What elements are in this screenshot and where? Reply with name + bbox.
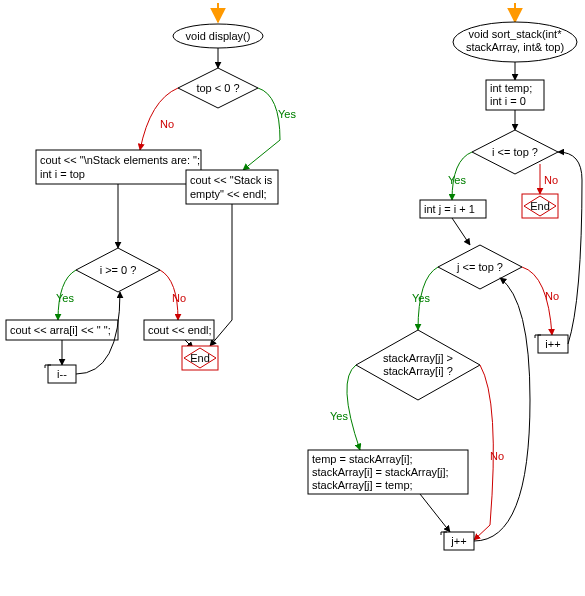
right-flowchart: void sort_stack(int* stackArray, int& to…	[308, 3, 582, 550]
yes-label-2: Yes	[56, 292, 74, 304]
stmt-cout-endl: cout << endl;	[144, 320, 214, 340]
yes-label-3: Yes	[448, 174, 466, 186]
stmt-i-dec-label: i--	[57, 368, 67, 380]
cond-j-le-top-label: j <= top ?	[456, 261, 503, 273]
stmt-swap: temp = stackArray[i]; stackArray[i] = st…	[308, 450, 468, 494]
end-right: End	[522, 194, 558, 218]
stmt-print-header-l2: int i = top	[40, 168, 85, 180]
stmt-j-inc: j++	[441, 532, 474, 550]
stmt-print-arrai: cout << arra[i] << " ";	[6, 320, 118, 340]
cond-top-lt-0-label: top < 0 ?	[196, 82, 239, 94]
cond-i-ge-0-label: i >= 0 ?	[100, 264, 137, 276]
stmt-swap-l2: stackArray[i] = stackArray[j];	[312, 466, 449, 478]
yes-label: Yes	[278, 108, 296, 120]
cond-compare: stackArray[j] > stackArray[i] ?	[356, 330, 480, 400]
end-left: End	[182, 346, 218, 370]
no-label: No	[160, 118, 174, 130]
stmt-i-dec: i--	[45, 365, 76, 383]
stmt-print-header: cout << "\nStack elements are: "; int i …	[36, 150, 201, 184]
func-sort-stack-l1: void sort_stack(int*	[469, 28, 563, 40]
stmt-init-temp-i: int temp; int i = 0	[486, 80, 544, 110]
cond-top-lt-0: top < 0 ?	[178, 68, 258, 108]
func-display: void display()	[173, 24, 263, 48]
cond-i-ge-0: i >= 0 ?	[76, 248, 160, 292]
stmt-print-header-l1: cout << "\nStack elements are: ";	[40, 154, 200, 166]
no-label-2: No	[172, 292, 186, 304]
left-flowchart: void display() top < 0 ? Yes No cout << …	[6, 3, 296, 383]
stmt-init-l1: int temp;	[490, 82, 532, 94]
stmt-int-j: int j = i + 1	[420, 200, 486, 218]
cond-j-le-top: j <= top ?	[438, 245, 522, 289]
stmt-swap-l1: temp = stackArray[i];	[312, 453, 413, 465]
end-left-label: End	[190, 352, 210, 364]
func-display-label: void display()	[186, 30, 251, 42]
svg-line-24	[452, 218, 470, 245]
stmt-j-inc-label: j++	[450, 535, 466, 547]
stmt-stack-empty: cout << "Stack is empty" << endl;	[186, 170, 278, 204]
end-right-label: End	[530, 200, 550, 212]
cond-i-le-top-label: i <= top ?	[492, 146, 538, 158]
yes-label-4: Yes	[412, 292, 430, 304]
stmt-init-l2: int i = 0	[490, 95, 526, 107]
cond-i-le-top: i <= top ?	[472, 130, 558, 174]
stmt-swap-l3: stackArray[j] = temp;	[312, 479, 413, 491]
cond-compare-l2: stackArray[i] ?	[383, 365, 453, 377]
cond-compare-l1: stackArray[j] >	[383, 352, 453, 364]
func-sort-stack: void sort_stack(int* stackArray, int& to…	[453, 22, 577, 62]
stmt-int-j-label: int j = i + 1	[424, 203, 475, 215]
stmt-cout-endl-label: cout << endl;	[148, 324, 212, 336]
stmt-i-inc-label: i++	[545, 338, 560, 350]
stmt-stack-empty-l2: empty" << endl;	[190, 188, 267, 200]
stmt-i-inc: i++	[535, 335, 568, 353]
stmt-stack-empty-l1: cout << "Stack is	[190, 174, 273, 186]
no-label-3: No	[544, 174, 558, 186]
stmt-print-arrai-label: cout << arra[i] << " ";	[10, 324, 111, 336]
flowchart-diagram: void display() top < 0 ? Yes No cout << …	[0, 0, 585, 596]
no-label-4: No	[545, 290, 559, 302]
yes-label-5: Yes	[330, 410, 348, 422]
func-sort-stack-l2: stackArray, int& top)	[466, 41, 564, 53]
no-label-5: No	[490, 450, 504, 462]
